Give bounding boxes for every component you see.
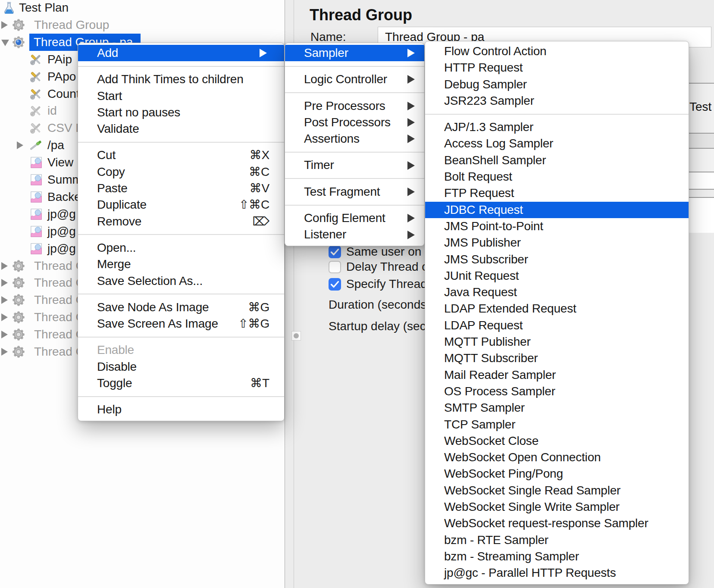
menu-item-ldap-request[interactable]: LDAP Request bbox=[425, 317, 689, 334]
disclosure-triangle-icon[interactable] bbox=[1, 296, 8, 304]
checkbox-checked[interactable] bbox=[329, 278, 341, 291]
menu-item-jsr223-sampler[interactable]: JSR223 Sampler bbox=[425, 93, 689, 109]
menu-item-remove[interactable]: Remove ⌦ bbox=[78, 213, 284, 230]
tree-item-label: Test Plan bbox=[19, 0, 69, 16]
menu-item-label: Listener bbox=[304, 228, 346, 241]
checkbox-unchecked[interactable] bbox=[329, 261, 341, 273]
menu-item-save-screen-as-image[interactable]: Save Screen As Image ⇧⌘G bbox=[78, 316, 284, 332]
menu-item-access-log-sampler[interactable]: Access Log Sampler bbox=[425, 135, 689, 152]
menu-item-merge[interactable]: Merge bbox=[78, 256, 284, 272]
tree-item[interactable]: Test Plan bbox=[0, 0, 285, 16]
chart-icon bbox=[28, 207, 43, 222]
menu-item-websocket-ping-pong[interactable]: WebSocket Ping/Pong bbox=[425, 466, 689, 482]
menu-item-ajp-1-3-sampler[interactable]: AJP/1.3 Sampler bbox=[425, 119, 689, 135]
tree-item-label: PAip bbox=[47, 51, 72, 68]
menu-item-post-processors[interactable]: Post Processors bbox=[285, 114, 424, 131]
menu-item-ftp-request[interactable]: FTP Request bbox=[425, 185, 689, 201]
menu-item-beanshell-sampler[interactable]: BeanShell Sampler bbox=[425, 152, 689, 169]
disclosure-triangle-icon[interactable] bbox=[1, 331, 8, 338]
menu-item-cut[interactable]: Cut ⌘X bbox=[78, 147, 284, 163]
disclosure-triangle-icon[interactable] bbox=[1, 279, 8, 287]
menu-item-mqtt-publisher[interactable]: MQTT Publisher bbox=[425, 334, 689, 350]
menu-item-start-no-pauses[interactable]: Start no pauses bbox=[78, 104, 284, 121]
menu-item-junit-request[interactable]: JUnit Request bbox=[425, 268, 689, 284]
menu-item-label: SMTP Sampler bbox=[444, 401, 525, 414]
menu-item-label: Save Screen As Image bbox=[97, 317, 218, 330]
menu-item-smtp-sampler[interactable]: SMTP Sampler bbox=[425, 400, 689, 416]
submenu-arrow-icon bbox=[407, 134, 415, 143]
disclosure-triangle-icon[interactable] bbox=[1, 348, 8, 356]
menu-item-help[interactable]: Help bbox=[78, 401, 284, 418]
menu-item-http-request[interactable]: HTTP Request bbox=[425, 59, 689, 76]
disclosure-triangle-icon[interactable] bbox=[1, 40, 9, 46]
menu-item-jms-subscriber[interactable]: JMS Subscriber bbox=[425, 251, 689, 268]
menu-item-websocket-request-response-sampler[interactable]: WebSocket request-response Sampler bbox=[425, 515, 689, 532]
menu-item-java-request[interactable]: Java Request bbox=[425, 284, 689, 300]
menu-item-label: MQTT Subscriber bbox=[444, 351, 538, 365]
menu-item-open[interactable]: Open... bbox=[78, 240, 284, 256]
name-label: Name: bbox=[310, 30, 346, 44]
menu-item-websocket-single-write-sampler[interactable]: WebSocket Single Write Sampler bbox=[425, 499, 689, 515]
menu-item-mail-reader-sampler[interactable]: Mail Reader Sampler bbox=[425, 367, 689, 383]
menu-item-bolt-request[interactable]: Bolt Request bbox=[425, 169, 689, 185]
menu-item-bzm-rte-sampler[interactable]: bzm - RTE Sampler bbox=[425, 532, 689, 548]
disclosure-triangle-icon[interactable] bbox=[17, 141, 23, 149]
menu-item-bzm-streaming-sampler[interactable]: bzm - Streaming Sampler bbox=[425, 548, 689, 565]
menu-item-assertions[interactable]: Assertions bbox=[285, 131, 424, 147]
context-menu: Add Add Think Times to children Start St… bbox=[78, 43, 285, 421]
tree-item-label: Thread Group bbox=[34, 16, 109, 34]
menu-item-os-process-sampler[interactable]: OS Process Sampler bbox=[425, 383, 689, 400]
menu-item-debug-sampler[interactable]: Debug Sampler bbox=[425, 76, 689, 93]
menu-item-label: WebSocket Ping/Pong bbox=[444, 467, 563, 480]
disclosure-triangle-icon[interactable] bbox=[1, 21, 8, 29]
menu-item-validate[interactable]: Validate bbox=[78, 121, 284, 137]
menu-item-enable[interactable]: Enable bbox=[78, 342, 284, 358]
menu-item-websocket-open-connection[interactable]: WebSocket Open Connection bbox=[425, 449, 689, 466]
menu-item-duplicate[interactable]: Duplicate ⇧⌘C bbox=[78, 197, 284, 213]
menu-item-ldap-extended-request[interactable]: LDAP Extended Request bbox=[425, 300, 689, 317]
menu-item-config-element[interactable]: Config Element bbox=[285, 210, 424, 226]
menu-item-add-think-times-to-children[interactable]: Add Think Times to children bbox=[78, 71, 284, 88]
tree-item[interactable]: Thread Group bbox=[0, 16, 285, 34]
menu-item-flow-control-action[interactable]: Flow Control Action bbox=[425, 43, 689, 59]
menu-item-jms-point-to-point[interactable]: JMS Point-to-Point bbox=[425, 218, 689, 235]
add-submenu: Sampler Logic Controller Pre Processors … bbox=[285, 43, 425, 246]
disclosure-triangle-icon[interactable] bbox=[1, 262, 8, 270]
menu-item-save-selection-as[interactable]: Save Selection As... bbox=[78, 273, 284, 289]
menu-item-logic-controller[interactable]: Logic Controller bbox=[285, 71, 424, 88]
menu-item-jdbc-request[interactable]: JDBC Request bbox=[425, 202, 689, 218]
menu-item-test-fragment[interactable]: Test Fragment bbox=[285, 184, 424, 200]
panel-edge-divider bbox=[689, 172, 714, 172]
menu-item-start[interactable]: Start bbox=[78, 88, 284, 104]
menu-item-copy[interactable]: Copy ⌘C bbox=[78, 164, 284, 180]
menu-item-label: Copy bbox=[97, 165, 125, 178]
menu-item-label: Remove bbox=[97, 215, 141, 228]
menu-item-jms-publisher[interactable]: JMS Publisher bbox=[425, 235, 689, 251]
menu-item-listener[interactable]: Listener bbox=[285, 226, 424, 243]
menu-item-add[interactable]: Add bbox=[78, 45, 284, 61]
split-divider-knob[interactable] bbox=[291, 331, 301, 341]
tree-item-label: View bbox=[47, 154, 73, 171]
menu-item-timer[interactable]: Timer bbox=[285, 157, 424, 173]
menu-item-toggle[interactable]: Toggle ⌘T bbox=[78, 375, 284, 391]
menu-item-jp-gc-parallel-http-requests[interactable]: jp@gc - Parallel HTTP Requests bbox=[425, 565, 689, 581]
menu-item-save-node-as-image[interactable]: Save Node As Image ⌘G bbox=[78, 299, 284, 316]
menu-item-label: Save Node As Image bbox=[97, 300, 209, 314]
menu-item-websocket-single-read-sampler[interactable]: WebSocket Single Read Sampler bbox=[425, 482, 689, 499]
menu-item-label: BeanShell Sampler bbox=[444, 153, 546, 167]
menu-item-label: WebSocket Open Connection bbox=[444, 450, 601, 464]
menu-item-sampler[interactable]: Sampler bbox=[285, 45, 424, 61]
menu-item-paste[interactable]: Paste ⌘V bbox=[78, 180, 284, 197]
menu-item-label: jp@gc - Parallel HTTP Requests bbox=[444, 566, 616, 579]
submenu-arrow-icon bbox=[407, 231, 415, 239]
menu-item-pre-processors[interactable]: Pre Processors bbox=[285, 98, 424, 114]
menu-item-label: FTP Request bbox=[444, 186, 514, 200]
menu-item-tcp-sampler[interactable]: TCP Sampler bbox=[425, 416, 689, 433]
checkbox-checked[interactable] bbox=[329, 246, 341, 258]
menu-item-shortcut: ⌘X bbox=[250, 147, 269, 163]
disclosure-triangle-icon[interactable] bbox=[1, 313, 8, 321]
menu-item-disable[interactable]: Disable bbox=[78, 359, 284, 375]
menu-separator bbox=[78, 234, 284, 235]
menu-item-mqtt-subscriber[interactable]: MQTT Subscriber bbox=[425, 350, 689, 366]
menu-item-websocket-close[interactable]: WebSocket Close bbox=[425, 433, 689, 449]
